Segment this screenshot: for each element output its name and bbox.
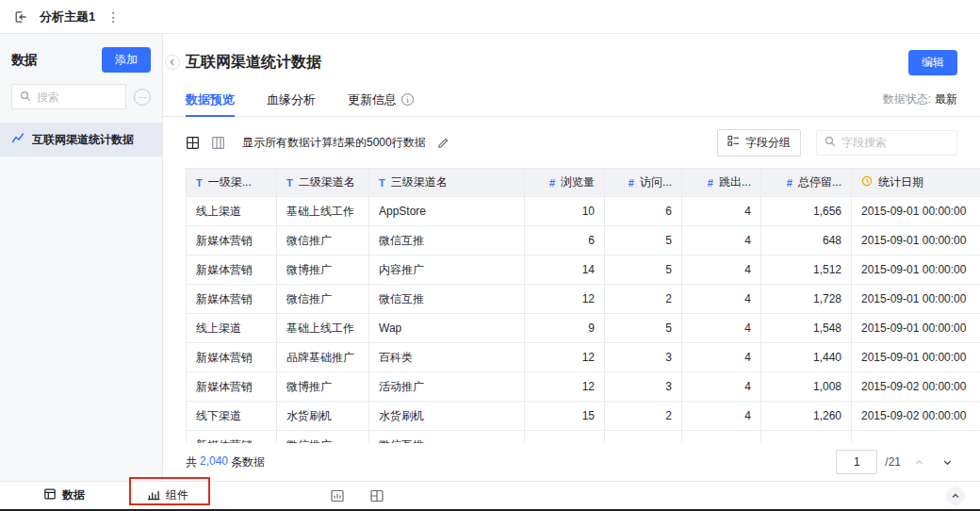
column-header[interactable]: T二级渠道名 bbox=[277, 169, 369, 197]
table-cell: 基础上线工作 bbox=[277, 197, 369, 226]
table-cell: 微信推广 bbox=[277, 226, 369, 256]
row-count-value: 2,040 bbox=[200, 454, 228, 470]
exit-icon[interactable] bbox=[13, 9, 28, 25]
field-search[interactable] bbox=[816, 130, 957, 156]
column-header[interactable]: #浏览量 bbox=[525, 169, 605, 197]
sidebar-search-input[interactable] bbox=[37, 91, 118, 104]
table-cell: 15 bbox=[525, 402, 605, 431]
table-cell: 12 bbox=[525, 372, 605, 402]
field-search-input[interactable] bbox=[841, 136, 949, 149]
info-icon[interactable] bbox=[401, 93, 414, 106]
sidebar-item-dataset[interactable]: 互联网渠道统计数据 bbox=[0, 123, 162, 157]
sidebar-search[interactable] bbox=[11, 84, 126, 109]
column-header[interactable]: T三级渠道名 bbox=[369, 169, 525, 197]
table-cell: 百科类 bbox=[369, 343, 525, 372]
bottom-tab-label: 数据 bbox=[62, 487, 85, 503]
table-cell: AppStore bbox=[369, 197, 525, 226]
table-cell: 5 bbox=[605, 314, 682, 343]
toolbar: 显示所有数据计算结果的5000行数据 字段分组 bbox=[163, 117, 980, 168]
table-row-partial: 新媒体营销微信推广微信互推 bbox=[187, 431, 980, 444]
main-row: 数据 添加 bbox=[0, 34, 980, 481]
table-footer: 共 2,040 条数据 /21 bbox=[163, 443, 980, 481]
bar-chart-icon bbox=[147, 487, 160, 503]
topbar-more-icon[interactable] bbox=[106, 9, 120, 25]
table-cell: 2015-09-02 00:00:00 bbox=[852, 402, 980, 431]
table-cell: 新媒体营销 bbox=[187, 285, 277, 314]
column-header[interactable]: #跳出... bbox=[682, 169, 761, 197]
search-options-icon[interactable] bbox=[134, 89, 151, 106]
tab-data-preview[interactable]: 数据预览 bbox=[186, 83, 235, 116]
column-header-label: 访问... bbox=[640, 175, 672, 189]
column-header[interactable]: 统计日期 bbox=[852, 169, 980, 197]
table-cell: 3 bbox=[605, 343, 682, 372]
edit-pencil-icon[interactable] bbox=[437, 137, 449, 149]
column-header-label: 二级渠道名 bbox=[299, 175, 355, 189]
grid-view-icon[interactable] bbox=[186, 136, 200, 150]
pagination: /21 bbox=[836, 450, 957, 474]
field-group-label: 字段分组 bbox=[745, 135, 791, 151]
table-cell: 1,260 bbox=[761, 402, 852, 431]
table-cell: 内容推广 bbox=[369, 256, 525, 285]
table-row: 新媒体营销微博推广内容推广14541,5122015-09-01 00:00:0… bbox=[187, 256, 980, 285]
tabs-row: 数据预览 血缘分析 更新信息 数据状态: 最新 bbox=[163, 83, 980, 117]
add-dashboard-icon[interactable] bbox=[369, 488, 384, 503]
table-cell: 新媒体营销 bbox=[187, 226, 277, 256]
table-cell: 2015-09-01 00:00:00 bbox=[852, 343, 980, 372]
data-table-icon bbox=[43, 487, 57, 503]
table-cell bbox=[525, 431, 605, 444]
table-cell: 微信互推 bbox=[369, 226, 525, 256]
table-cell: 6 bbox=[605, 197, 682, 226]
table-cell: 活动推广 bbox=[369, 372, 525, 402]
prev-page-icon[interactable] bbox=[908, 452, 929, 472]
table-cell: 1,656 bbox=[761, 197, 852, 226]
collapse-panel-icon[interactable] bbox=[946, 486, 965, 505]
table-cell: 2015-09-01 00:00:00 bbox=[852, 197, 980, 226]
table-cell: 14 bbox=[525, 256, 605, 285]
bottom-tab-data[interactable]: 数据 bbox=[43, 487, 85, 503]
column-header-label: 跳出... bbox=[719, 175, 751, 189]
table-cell: 线上渠道 bbox=[187, 197, 277, 226]
table-cell bbox=[605, 431, 682, 444]
table-cell: 4 bbox=[682, 314, 761, 343]
table-cell bbox=[682, 431, 761, 444]
next-page-icon[interactable] bbox=[937, 452, 957, 472]
date-type-icon bbox=[861, 175, 873, 190]
tab-label: 血缘分析 bbox=[267, 91, 316, 108]
table-cell: 4 bbox=[682, 226, 761, 256]
table-cell: 12 bbox=[525, 343, 605, 372]
topbar-title: 分析主题1 bbox=[40, 8, 95, 25]
page-input[interactable] bbox=[836, 450, 877, 474]
edit-button[interactable]: 编辑 bbox=[908, 50, 957, 75]
row-count-prefix: 共 bbox=[186, 454, 197, 470]
table-cell: 648 bbox=[761, 226, 852, 256]
table-cell: 水货刷机 bbox=[277, 402, 369, 431]
table-cell: 水货刷机 bbox=[369, 402, 525, 431]
sidebar-collapse-icon[interactable] bbox=[165, 55, 180, 70]
add-button[interactable]: 添加 bbox=[102, 47, 151, 73]
content: 互联网渠道统计数据 编辑 数据预览 血缘分析 更新信息 数据状态: 最新 bbox=[163, 34, 980, 481]
text-type-icon: T bbox=[196, 177, 203, 189]
tab-update-info[interactable]: 更新信息 bbox=[348, 83, 414, 116]
column-header-label: 三级渠道名 bbox=[391, 175, 448, 189]
column-header[interactable]: #访问... bbox=[605, 169, 682, 197]
data-status-value: 最新 bbox=[935, 91, 957, 107]
field-group-button[interactable]: 字段分组 bbox=[717, 129, 801, 157]
table-cell: 微信互推 bbox=[369, 431, 525, 444]
data-table: T一级渠...T二级渠道名T三级渠道名#浏览量#访问...#跳出...#总停留.… bbox=[186, 168, 980, 443]
table-cell: 2015-09-01 00:00:00 bbox=[852, 314, 980, 343]
bottom-tab-component[interactable]: 组件 bbox=[147, 487, 188, 503]
table-cell: 4 bbox=[682, 197, 761, 226]
column-header[interactable]: #总停留... bbox=[761, 169, 852, 197]
column-view-icon[interactable] bbox=[211, 136, 225, 150]
table-row: 新媒体营销品牌基础推广百科类12341,4402015-09-01 00:00:… bbox=[187, 343, 980, 372]
table-cell: 微信互推 bbox=[369, 285, 525, 314]
tab-lineage-analysis[interactable]: 血缘分析 bbox=[267, 83, 316, 116]
column-header[interactable]: T一级渠... bbox=[187, 169, 277, 197]
table-cell: 线上渠道 bbox=[187, 314, 277, 343]
table-cell: 4 bbox=[682, 256, 761, 285]
table-cell: 2015-09-01 00:00:00 bbox=[852, 226, 980, 256]
table-row: 新媒体营销微信推广微信互推12241,7282015-09-01 00:00:0… bbox=[187, 285, 980, 314]
add-component-icon[interactable] bbox=[330, 488, 345, 503]
table-body: 线上渠道基础上线工作AppStore10641,6562015-09-01 00… bbox=[187, 197, 980, 444]
data-status-label: 数据状态: bbox=[883, 91, 931, 107]
